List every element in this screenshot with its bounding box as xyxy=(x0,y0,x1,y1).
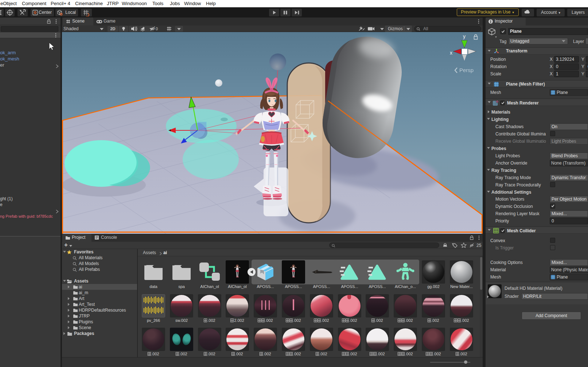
svg-text:0: 0 xyxy=(156,27,158,31)
svg-text:Persp: Persp xyxy=(459,67,474,73)
svg-text:x: x xyxy=(450,50,452,56)
svg-text:y: y xyxy=(463,33,466,39)
